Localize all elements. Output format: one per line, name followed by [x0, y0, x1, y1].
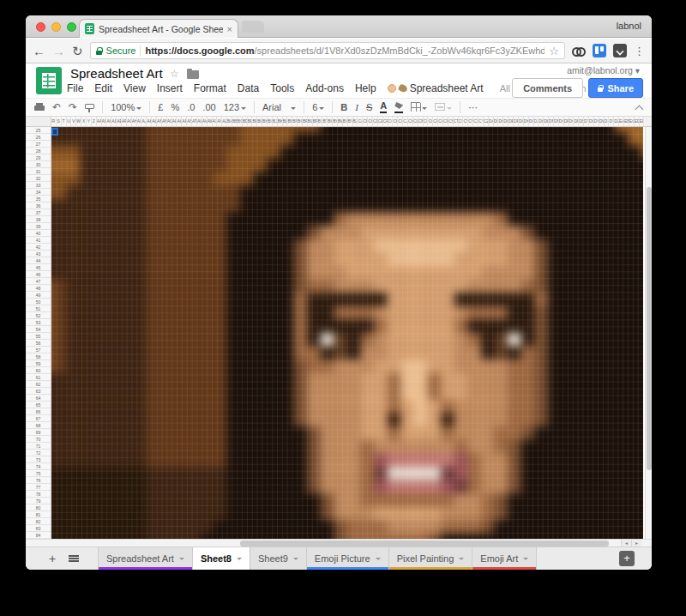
font-size-select[interactable]: 6 — [312, 102, 324, 112]
vertical-scrollbar[interactable] — [645, 127, 652, 539]
sheets-logo-icon[interactable] — [36, 67, 62, 94]
row-header-73[interactable]: 73 — [26, 456, 51, 463]
row-header-52[interactable]: 52 — [26, 312, 51, 319]
sheet-tab-pixel-painting[interactable]: Pixel Painting — [389, 547, 473, 570]
collapse-toolbar-icon[interactable] — [635, 104, 643, 112]
row-header-68[interactable]: 68 — [26, 422, 51, 429]
row-header-44[interactable]: 44 — [26, 257, 51, 264]
menu-insert[interactable]: Insert — [157, 82, 183, 94]
reload-button[interactable]: ↻ — [72, 45, 83, 57]
row-header-58[interactable]: 58 — [26, 353, 51, 360]
row-header-79[interactable]: 79 — [26, 498, 51, 504]
row-header-45[interactable]: 45 — [26, 264, 51, 271]
row-header-48[interactable]: 48 — [26, 285, 51, 292]
menu-data[interactable]: Data — [238, 82, 259, 94]
row-header-46[interactable]: 46 — [26, 271, 51, 278]
row-header-43[interactable]: 43 — [26, 251, 51, 257]
menu-addons[interactable]: Add-ons — [305, 82, 344, 94]
row-header-39[interactable]: 39 — [26, 223, 51, 230]
row-header-33[interactable]: 33 — [26, 182, 51, 189]
horizontal-scrollbar[interactable]: ◂ ▸ — [26, 539, 652, 547]
row-header-29[interactable]: 29 — [26, 154, 51, 161]
row-header-35[interactable]: 35 — [26, 196, 51, 202]
chevron-down-icon[interactable] — [237, 558, 242, 560]
menu-file[interactable]: File — [67, 82, 83, 94]
tab-close-icon[interactable]: × — [227, 24, 232, 34]
row-header-28[interactable]: 28 — [26, 148, 51, 154]
row-header-40[interactable]: 40 — [26, 230, 51, 237]
minimize-window-button[interactable] — [51, 22, 61, 32]
row-header-53[interactable]: 53 — [26, 319, 51, 326]
row-header-60[interactable]: 60 — [26, 367, 51, 374]
merge-cells-button[interactable] — [435, 102, 452, 112]
cell-canvas[interactable] — [51, 127, 643, 539]
row-header-81[interactable]: 81 — [26, 511, 51, 518]
row-header-78[interactable]: 78 — [26, 491, 51, 498]
row-header-80[interactable]: 80 — [26, 504, 51, 511]
strikethrough-button[interactable]: S — [366, 102, 372, 112]
account-email[interactable]: amit@labnol.org ▾ — [567, 65, 640, 75]
comments-button[interactable]: Comments — [512, 78, 583, 98]
row-header-84[interactable]: 84 — [26, 532, 51, 539]
more-toolbar-button[interactable]: ⋯ — [468, 102, 478, 113]
back-button[interactable]: ← — [33, 45, 45, 57]
chevron-down-icon[interactable] — [293, 558, 298, 560]
extension-icon-pocket[interactable] — [613, 44, 627, 57]
row-header-63[interactable]: 63 — [26, 388, 51, 395]
fill-color-button[interactable] — [394, 101, 403, 113]
row-header-57[interactable]: 57 — [26, 347, 51, 353]
star-document-icon[interactable]: ☆ — [170, 68, 179, 80]
row-header-72[interactable]: 72 — [26, 450, 51, 456]
vertical-scrollbar-thumb[interactable] — [647, 187, 652, 470]
sheet-tab-sheet9[interactable]: Sheet9 — [250, 547, 307, 570]
share-button[interactable]: Share — [588, 78, 643, 98]
row-header-30[interactable]: 30 — [26, 161, 51, 168]
row-header-64[interactable]: 64 — [26, 395, 51, 402]
sheet-tab-emoji-art[interactable]: Emoji Art — [472, 547, 537, 570]
row-header-75[interactable]: 75 — [26, 470, 51, 477]
url-text[interactable]: https://docs.google.com/spreadsheets/d/1… — [145, 45, 545, 56]
row-header-62[interactable]: 62 — [26, 381, 51, 388]
italic-button[interactable]: I — [355, 102, 358, 112]
chevron-down-icon[interactable] — [179, 558, 184, 560]
redo-icon[interactable]: ↷ — [69, 102, 77, 112]
format-percent-button[interactable]: % — [171, 102, 179, 112]
chevron-down-icon[interactable] — [523, 558, 528, 560]
move-to-folder-icon[interactable] — [187, 70, 199, 79]
decrease-decimal-button[interactable]: .0 — [187, 102, 195, 112]
row-header-54[interactable]: 54 — [26, 326, 51, 333]
new-tab-button[interactable] — [242, 21, 264, 33]
row-header-56[interactable]: 56 — [26, 340, 51, 347]
row-header-61[interactable]: 61 — [26, 374, 51, 381]
row-header-82[interactable]: 82 — [26, 518, 51, 525]
row-header-74[interactable]: 74 — [26, 463, 51, 470]
row-header-77[interactable]: 77 — [26, 484, 51, 491]
row-header-27[interactable]: 27 — [26, 141, 51, 148]
menu-spreadsheet-art[interactable]: Spreadsheet Art — [388, 82, 484, 94]
row-header-36[interactable]: 36 — [26, 202, 51, 209]
address-bar[interactable]: Secure https://docs.google.com/spreadshe… — [90, 42, 565, 59]
increase-decimal-button[interactable]: .00 — [202, 102, 215, 112]
row-header-26[interactable]: 26 — [26, 134, 51, 141]
extension-icon-trello[interactable] — [593, 44, 606, 57]
row-header-71[interactable]: 71 — [26, 443, 51, 450]
bold-button[interactable]: B — [340, 102, 347, 112]
row-header-37[interactable]: 37 — [26, 209, 51, 216]
font-select[interactable]: Arial — [262, 102, 296, 112]
add-sheet-button[interactable]: + — [41, 547, 63, 570]
chevron-down-icon[interactable] — [459, 558, 464, 560]
print-icon[interactable] — [34, 103, 45, 112]
row-header-34[interactable]: 34 — [26, 189, 51, 196]
paint-format-icon[interactable] — [85, 103, 94, 112]
sheet-tab-spreadsheet-art[interactable]: Spreadsheet Art — [98, 547, 193, 570]
all-sheets-menu-icon[interactable] — [63, 547, 86, 570]
row-header-70[interactable]: 70 — [26, 436, 51, 443]
row-header-69[interactable]: 69 — [26, 429, 51, 436]
explore-button[interactable]: + — [619, 551, 635, 566]
menu-view[interactable]: View — [123, 82, 146, 94]
row-header-31[interactable]: 31 — [26, 168, 51, 175]
row-header-32[interactable]: 32 — [26, 175, 51, 182]
chrome-menu-icon[interactable]: ⋮ — [634, 45, 645, 57]
text-color-button[interactable]: A — [380, 101, 387, 113]
more-formats-button[interactable]: 123 — [224, 102, 246, 112]
